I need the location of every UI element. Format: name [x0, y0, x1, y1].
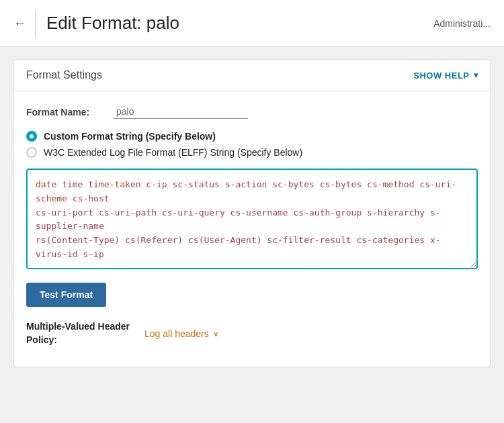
format-settings-card: Format Settings SHOW HELP ▾ Format Name:…	[13, 59, 491, 367]
page-header: ← Edit Format: palo Administrati...	[0, 0, 504, 47]
format-string-textarea[interactable]: date time time-taken c-ip sc-status s-ac…	[26, 169, 478, 269]
chevron-down-icon: ▾	[474, 70, 478, 80]
radio-custom-label: Custom Format String (Specify Below)	[44, 131, 216, 142]
show-help-button[interactable]: SHOW HELP ▾	[413, 70, 478, 81]
format-name-input[interactable]	[114, 105, 248, 119]
test-format-button[interactable]: Test Format	[26, 283, 106, 307]
radio-group: Custom Format String (Specify Below) W3C…	[26, 131, 478, 158]
header-policy-dropdown[interactable]: Log all headers ∨	[144, 328, 219, 339]
admin-link[interactable]: Administrati...	[433, 18, 491, 29]
show-help-label: SHOW HELP	[413, 70, 469, 81]
page-title: Edit Format: palo	[46, 13, 433, 34]
format-name-label: Format Name:	[26, 107, 114, 117]
format-name-row: Format Name:	[26, 105, 478, 119]
card-body: Format Name: Custom Format String (Speci…	[14, 91, 490, 367]
radio-w3c-label: W3C Extended Log File Format (ELFF) Stri…	[44, 147, 302, 158]
header-policy-row: Multiple-Valued Header Policy: Log all h…	[26, 320, 478, 353]
radio-w3c-input[interactable]	[26, 147, 37, 158]
header-policy-value: Log all headers	[144, 328, 209, 339]
radio-custom-input[interactable]	[26, 131, 37, 142]
header-divider	[35, 10, 36, 37]
back-button[interactable]: ←	[13, 15, 27, 31]
back-icon: ←	[13, 15, 27, 31]
radio-w3c[interactable]: W3C Extended Log File Format (ELFF) Stri…	[26, 147, 478, 158]
card-header: Format Settings SHOW HELP ▾	[14, 60, 490, 91]
radio-custom[interactable]: Custom Format String (Specify Below)	[26, 131, 478, 142]
card-title: Format Settings	[26, 69, 102, 81]
main-content: Format Settings SHOW HELP ▾ Format Name:…	[0, 47, 504, 379]
header-policy-label: Multiple-Valued Header Policy:	[26, 320, 134, 346]
chevron-down-icon: ∨	[213, 329, 219, 338]
